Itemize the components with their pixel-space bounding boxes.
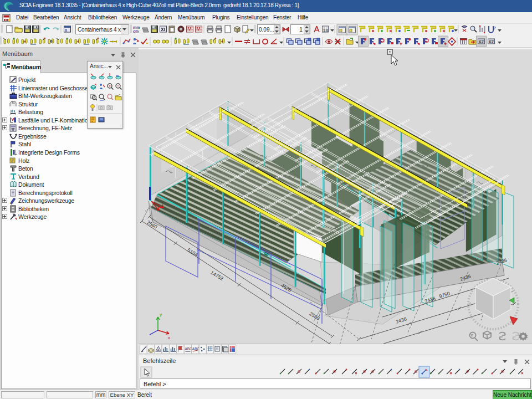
svg-text:y: y bbox=[160, 312, 162, 317]
svg-text:ABC: ABC bbox=[185, 347, 192, 351]
svg-text:x: x bbox=[168, 335, 170, 340]
svg-text:67: 67 bbox=[479, 39, 484, 44]
svg-text:?: ? bbox=[493, 25, 496, 30]
svg-text:cm: cm bbox=[133, 29, 139, 33]
svg-text:mm: mm bbox=[133, 25, 140, 29]
svg-text:67: 67 bbox=[489, 39, 494, 44]
svg-text:1.8: 1.8 bbox=[323, 28, 329, 32]
svg-text:ABC: ABC bbox=[192, 347, 200, 351]
svg-text:A: A bbox=[157, 348, 160, 352]
